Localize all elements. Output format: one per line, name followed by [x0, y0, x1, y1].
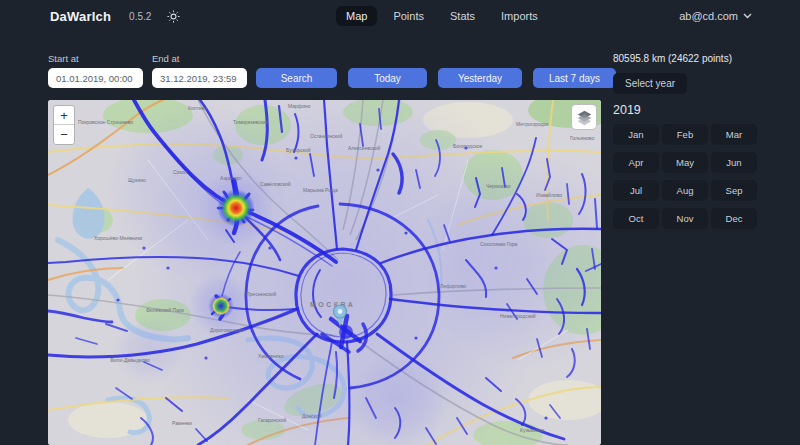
svg-text:Останкинский: Останкинский: [310, 133, 342, 139]
svg-text:Алексеевский: Алексеевский: [348, 145, 380, 151]
svg-text:Марьина Роща: Марьина Роща: [303, 187, 338, 193]
map-container[interactable]: + −: [48, 100, 601, 445]
map-canvas[interactable]: Покровское-Стрешнево Коптево Тимирязевск…: [48, 100, 601, 445]
svg-text:Дорогомилово: Дорогомилово: [210, 327, 244, 333]
svg-text:Филёвский Парк: Филёвский Парк: [146, 307, 185, 313]
navbar: DaWarIch 0.5.2 Map Points Stats Imports …: [0, 0, 800, 32]
month-button-nov[interactable]: Nov: [662, 208, 708, 229]
select-year-button[interactable]: Select year: [613, 73, 687, 94]
month-button-jun[interactable]: Jun: [711, 152, 757, 173]
app-version: 0.5.2: [129, 11, 151, 22]
yesterday-button[interactable]: Yesterday: [438, 68, 522, 88]
app-logo: DaWarIch: [50, 9, 111, 24]
svg-text:Нижегородский: Нижегородский: [500, 313, 536, 319]
svg-text:Соколиная Гора: Соколиная Гора: [480, 241, 518, 247]
svg-text:Хорошёво-Мнёвники: Хорошёво-Мнёвники: [94, 235, 143, 241]
layers-icon: [576, 109, 593, 126]
svg-text:Гагаринский: Гагаринский: [258, 417, 287, 423]
chevron-down-icon: [743, 13, 752, 19]
svg-text:Марфино: Марфино: [288, 103, 310, 109]
svg-text:Богородское: Богородское: [453, 143, 482, 149]
nav-tab-stats[interactable]: Stats: [440, 6, 485, 26]
today-button[interactable]: Today: [348, 68, 427, 88]
year-heading: 2019: [613, 103, 765, 117]
start-at-input[interactable]: [48, 68, 143, 88]
main-nav: Map Points Stats Imports: [336, 0, 548, 32]
month-button-sep[interactable]: Sep: [711, 180, 757, 201]
svg-text:Щукино: Щукино: [128, 177, 146, 183]
svg-text:Пресненский: Пресненский: [246, 291, 276, 297]
theme-toggle-button[interactable]: [167, 10, 180, 23]
month-button-aug[interactable]: Aug: [662, 180, 708, 201]
start-at-field-group: Start at: [48, 53, 143, 88]
month-button-apr[interactable]: Apr: [613, 152, 659, 173]
svg-text:Метрогородок: Метрогородок: [516, 121, 549, 127]
month-button-oct[interactable]: Oct: [613, 208, 659, 229]
nav-tab-points[interactable]: Points: [383, 6, 434, 26]
last-7-days-button[interactable]: Last 7 days: [533, 68, 616, 88]
map-zoom-control: + −: [53, 105, 75, 145]
distance-stats: 80595.8 km (24622 points): [613, 53, 765, 64]
end-at-label: End at: [152, 53, 247, 64]
zoom-out-button[interactable]: −: [54, 125, 74, 144]
svg-text:Бутырский: Бутырский: [286, 147, 311, 153]
layers-control-button[interactable]: [571, 104, 597, 130]
city-label: МОСКВА: [310, 301, 355, 308]
end-at-field-group: End at: [152, 53, 247, 88]
svg-text:Фили-Давыдково: Фили-Давыдково: [110, 357, 150, 363]
heat-spot-north: [217, 189, 255, 227]
svg-text:Коптево: Коптево: [188, 105, 207, 111]
zoom-in-button[interactable]: +: [54, 106, 74, 125]
month-button-dec[interactable]: Dec: [711, 208, 757, 229]
user-menu[interactable]: ab@cd.com: [679, 10, 752, 22]
user-email: ab@cd.com: [679, 10, 738, 22]
month-button-jul[interactable]: Jul: [613, 180, 659, 201]
svg-text:Покровское-Стрешнево: Покровское-Стрешнево: [78, 119, 133, 125]
svg-text:Черкизово: Черкизово: [486, 183, 510, 189]
month-button-feb[interactable]: Feb: [662, 124, 708, 145]
svg-text:Кузьминки: Кузьминки: [520, 427, 544, 433]
month-grid: Jan Feb Mar Apr May Jun Jul Aug Sep Oct …: [613, 124, 765, 229]
end-at-input[interactable]: [152, 68, 247, 88]
svg-text:Савёловский: Савёловский: [260, 181, 291, 187]
search-button[interactable]: Search: [256, 68, 337, 88]
svg-text:Лефортово: Лефортово: [440, 283, 466, 289]
svg-text:Сокол: Сокол: [173, 169, 187, 175]
month-button-may[interactable]: May: [662, 152, 708, 173]
nav-tab-map[interactable]: Map: [336, 6, 377, 26]
start-at-label: Start at: [48, 53, 143, 64]
month-button-mar[interactable]: Mar: [711, 124, 757, 145]
heat-spot-south: [208, 293, 234, 319]
svg-text:Гольяново: Гольяново: [570, 135, 594, 141]
svg-text:Измайлово: Измайлово: [536, 192, 562, 198]
svg-text:Раменки: Раменки: [172, 420, 192, 426]
svg-text:Хамовники: Хамовники: [258, 353, 284, 359]
year-sidebar: 80595.8 km (24622 points) Select year 20…: [613, 53, 765, 229]
svg-text:Аэропорт: Аэропорт: [220, 175, 243, 181]
date-filter-toolbar: Start at End at Search Today Yesterday L…: [48, 53, 616, 88]
svg-text:Донской: Донской: [302, 413, 322, 419]
sun-icon: [167, 10, 180, 23]
month-button-jan[interactable]: Jan: [613, 124, 659, 145]
nav-tab-imports[interactable]: Imports: [491, 6, 548, 26]
svg-text:Тимирязевский: Тимирязевский: [233, 119, 268, 125]
